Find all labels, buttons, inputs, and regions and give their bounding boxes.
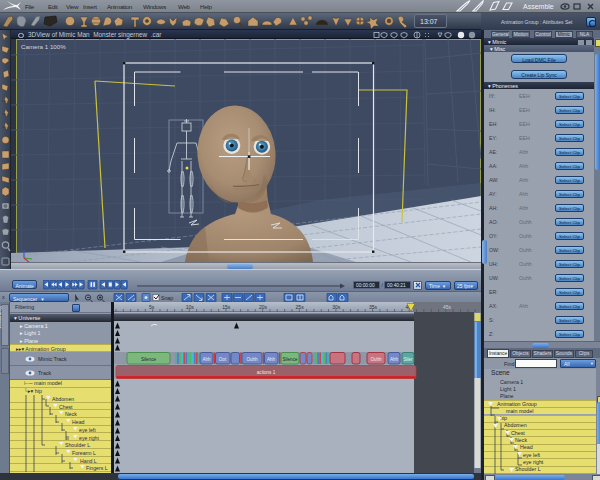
svg-text:Camera 1 100%: Camera 1 100% [21, 43, 66, 50]
svg-text:45s: 45s [443, 304, 452, 310]
svg-text:Ahh: Ahh [202, 357, 211, 362]
svg-text:Ahh: Ahh [267, 357, 276, 362]
svg-text:Silence: Silence [141, 357, 157, 362]
svg-text:Ouhh: Ouhh [246, 357, 258, 362]
svg-text:Snap: Snap [161, 295, 173, 301]
svg-text:Silence: Silence [282, 357, 298, 362]
svg-text:actions 1: actions 1 [257, 370, 276, 375]
svg-text:Oot: Oot [219, 357, 227, 362]
svg-text:Ahh: Ahh [390, 357, 399, 362]
svg-text:Ouhh: Ouhh [370, 357, 382, 362]
svg-text:Siler: Siler [403, 357, 413, 362]
